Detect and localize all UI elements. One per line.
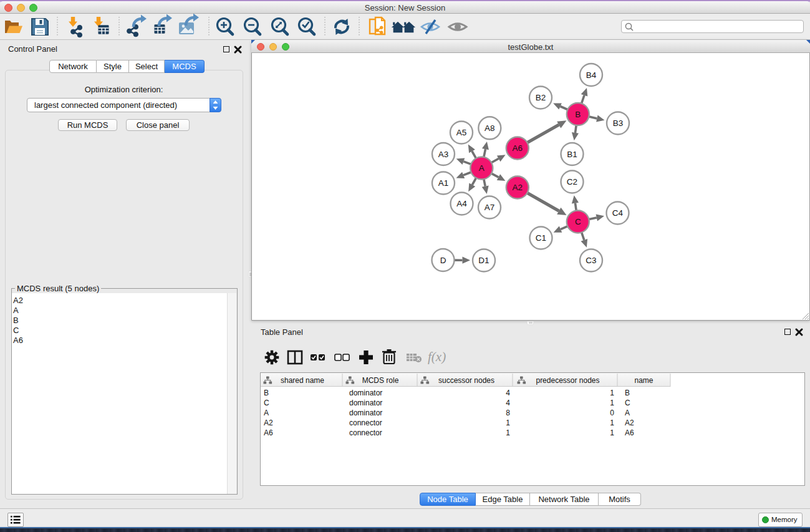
svg-text:C4: C4	[612, 208, 624, 218]
svg-text:A3: A3	[438, 150, 449, 159]
svg-text:B: B	[575, 110, 581, 119]
svg-text:C1: C1	[536, 233, 546, 243]
svg-text:A7: A7	[485, 203, 495, 212]
svg-text:B1: B1	[567, 150, 577, 159]
svg-text:A6: A6	[513, 143, 523, 153]
svg-text:A8: A8	[485, 123, 495, 133]
svg-text:A: A	[479, 163, 485, 173]
svg-text:B4: B4	[586, 70, 597, 80]
svg-text:C: C	[575, 217, 581, 226]
svg-text:D1: D1	[478, 256, 489, 265]
svg-text:A1: A1	[438, 178, 449, 188]
svg-text:A4: A4	[456, 199, 467, 208]
svg-text:C2: C2	[567, 177, 577, 186]
svg-text:A5: A5	[456, 128, 467, 137]
svg-text:D: D	[440, 256, 446, 265]
svg-text:A2: A2	[513, 183, 523, 192]
svg-text:C3: C3	[586, 256, 596, 265]
svg-text:B3: B3	[613, 118, 624, 128]
svg-text:B2: B2	[536, 93, 546, 102]
